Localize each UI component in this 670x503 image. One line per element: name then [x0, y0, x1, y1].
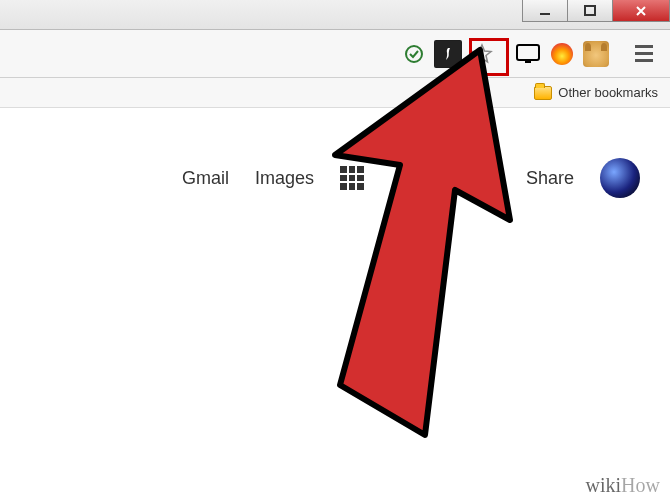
- profile-avatar[interactable]: [600, 158, 640, 198]
- svg-rect-1: [585, 6, 595, 15]
- menu-icon: [635, 45, 653, 48]
- watermark: wikiHow: [586, 474, 660, 497]
- menu-button[interactable]: [630, 40, 658, 68]
- other-bookmarks-link[interactable]: Other bookmarks: [558, 85, 658, 100]
- share-link[interactable]: Share: [526, 168, 574, 189]
- callout-arrow-icon: [270, 40, 530, 460]
- flame-extension-icon[interactable]: [548, 40, 576, 68]
- window-buttons: [523, 0, 670, 29]
- minimize-button[interactable]: [522, 0, 568, 22]
- gmail-link[interactable]: Gmail: [182, 168, 229, 189]
- svg-rect-0: [540, 13, 550, 15]
- doge-extension-icon[interactable]: [582, 40, 610, 68]
- close-button[interactable]: [612, 0, 670, 22]
- maximize-icon: [584, 5, 596, 17]
- window-titlebar: [0, 0, 670, 30]
- watermark-suffix: How: [621, 474, 660, 496]
- watermark-prefix: wiki: [586, 474, 622, 496]
- minimize-icon: [539, 5, 551, 17]
- maximize-button[interactable]: [567, 0, 613, 22]
- close-icon: [634, 4, 648, 18]
- folder-icon: [534, 86, 552, 100]
